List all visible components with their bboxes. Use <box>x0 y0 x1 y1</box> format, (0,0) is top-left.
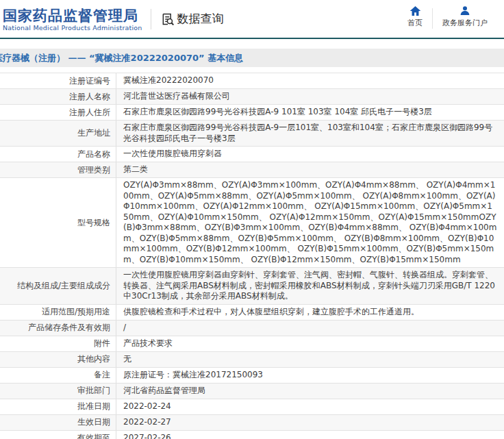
table-row: 附件 产品技术要求 <box>0 336 504 352</box>
table-row: 产品名称 一次性使用腹腔镜用穿刺器 <box>0 147 504 162</box>
row-value: 河北省药品监督管理局 <box>116 384 504 399</box>
nav-home[interactable]: 首页 <box>398 4 432 29</box>
table-row: 适用范围/预期用途 供腹腔镜检查和手术过程中，对人体腹壁组织穿刺，建立腹腔手术的… <box>0 305 504 321</box>
row-label: 产品储存条件及有效期 <box>0 321 116 336</box>
row-value: 一次性使用腹腔镜用穿刺器 <box>116 147 504 162</box>
table-row: 注册证编号 冀械注准20222020070 <box>0 73 504 89</box>
row-value: 2022-02-24 <box>116 399 504 414</box>
table-row: 生产地址 石家庄市鹿泉区御园路99号光谷科技园A-9一层101室、103室和10… <box>0 121 504 147</box>
row-value: 2022-02-27 <box>116 415 504 430</box>
row-value: 原注册证号：冀械注准20172150093 <box>116 368 504 383</box>
site-logo-subtitle: National Medical Products Administration <box>3 24 142 32</box>
table-row: 其他内容 无 <box>0 352 504 368</box>
breadcrumb-text[interactable]: 医疗器械（注册） —— “冀械注准20222020070” 基本信息 <box>0 52 243 64</box>
row-label: 批准日期 <box>0 399 116 414</box>
row-value: OZY(A)Φ3mm×88mm、OZY(A)Φ3mm×100mm、OZY(A)Φ… <box>116 178 504 267</box>
row-value: 一次性使用腹腔镜用穿刺器由穿刺针、穿刺套管、注气阀、密封帽、气腹针、转换器组成。… <box>116 268 504 304</box>
table-row: 批准日期 2022-02-24 <box>0 399 504 415</box>
registration-detail-table: 注册证编号 冀械注准20222020070 注册人名称 河北普世达医疗器械有限公… <box>0 73 504 439</box>
header-nav: 首页 政务服务门户 <box>398 4 497 29</box>
row-label: 注册人名称 <box>0 89 116 104</box>
row-label: 型号规格 <box>0 178 116 267</box>
row-label: 结构及组成/主要组成成分 <box>0 268 116 304</box>
nav-portal[interactable]: 政务服务门户 <box>433 4 497 29</box>
row-label: 产品名称 <box>0 147 116 162</box>
table-row: 管理类别 第二类 <box>0 162 504 178</box>
breadcrumb: 医疗器械（注册） —— “冀械注准20222020070” 基本信息 <box>0 49 504 67</box>
row-value: 石家庄市鹿泉区御园路99号光谷科技园A-9一层101室、103室和104室；石家… <box>116 121 504 146</box>
row-label: 审批部门 <box>0 384 116 399</box>
row-label: 备注 <box>0 368 116 383</box>
nav-portal-label: 政务服务门户 <box>442 18 488 28</box>
row-value: 2027-02-26 <box>116 431 504 439</box>
row-value: 河北普世达医疗器械有限公司 <box>116 89 504 104</box>
row-label: 生产地址 <box>0 121 116 146</box>
row-label: 附件 <box>0 336 116 351</box>
row-value: 产品技术要求 <box>116 336 504 351</box>
table-row: 有效期至 2027-02-26 <box>0 431 504 439</box>
row-value: / <box>116 321 504 336</box>
table-row: 产品储存条件及有效期 / <box>0 321 504 336</box>
row-label: 适用范围/预期用途 <box>0 305 116 320</box>
table-row: 生效日期 2022-02-27 <box>0 415 504 431</box>
header-divider <box>151 9 151 29</box>
row-label: 注册人住所 <box>0 105 116 120</box>
site-header: 国家药品监督管理局 National Medical Products Admi… <box>0 0 504 39</box>
table-row: 备注 原注册证号：冀械注准20172150093 <box>0 368 504 384</box>
row-value: 供腹腔镜检查和手术过程中，对人体腹壁组织穿刺，建立腹腔手术的工作通道用。 <box>116 305 504 320</box>
portal-icon <box>459 5 470 16</box>
row-label: 其他内容 <box>0 352 116 367</box>
row-value: 无 <box>116 352 504 367</box>
data-query-icon <box>161 12 175 26</box>
table-row: 结构及组成/主要组成成分 一次性使用腹腔镜用穿刺器由穿刺针、穿刺套管、注气阀、密… <box>0 268 504 305</box>
nav-home-label: 首页 <box>407 18 423 28</box>
table-row: 注册人住所 石家庄市鹿泉区御园路99号光谷科技园A-9 101室 103室 10… <box>0 105 504 121</box>
row-label: 有效期至 <box>0 431 116 439</box>
site-logo-title: 国家药品监督管理局 <box>3 8 142 24</box>
site-logo: 国家药品监督管理局 National Medical Products Admi… <box>0 6 142 32</box>
row-label: 管理类别 <box>0 162 116 177</box>
table-row: 注册人名称 河北普世达医疗器械有限公司 <box>0 89 504 105</box>
row-label: 生效日期 <box>0 415 116 430</box>
home-icon <box>410 5 421 16</box>
table-row: 型号规格 OZY(A)Φ3mm×88mm、OZY(A)Φ3mm×100mm、OZ… <box>0 178 504 268</box>
row-value: 冀械注准20222020070 <box>116 73 504 88</box>
row-label: 注册证编号 <box>0 73 116 88</box>
row-value: 石家庄市鹿泉区御园路99号光谷科技园A-9 101室 103室 104室 邱氏电… <box>116 105 504 120</box>
row-value: 第二类 <box>116 162 504 177</box>
data-query-section[interactable]: 数据查询 <box>161 11 224 27</box>
table-row: 审批部门 河北省药品监督管理局 <box>0 384 504 399</box>
section-title: 数据查询 <box>177 11 224 27</box>
